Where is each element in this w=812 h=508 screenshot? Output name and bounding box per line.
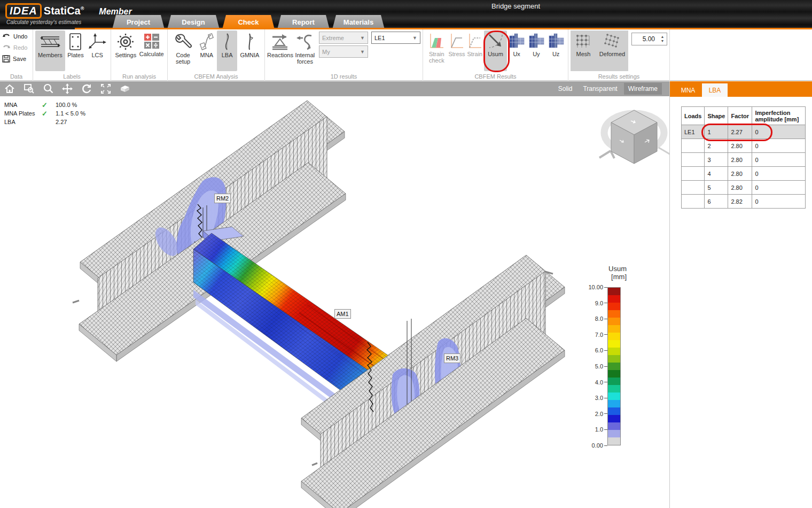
registered-mark: ® bbox=[81, 6, 84, 11]
title-bar: IDEA StatiCa® Member Calculate yesterday… bbox=[0, 0, 812, 29]
lcs-icon bbox=[88, 33, 107, 51]
clipping-box-icon bbox=[119, 83, 131, 94]
table-row[interactable]: 32.800 bbox=[682, 153, 806, 167]
usum-button[interactable]: Usum bbox=[484, 30, 507, 71]
window-title: Bridge segment bbox=[491, 2, 540, 10]
status-row-lba: LBA 2.27 bbox=[4, 118, 85, 126]
render-mode-transparent[interactable]: Transparent bbox=[579, 83, 621, 95]
group-label-run-analysis: Run analysis bbox=[111, 73, 167, 80]
table-row[interactable]: 62.820 bbox=[682, 195, 806, 209]
ux-button[interactable]: Ux bbox=[507, 30, 527, 71]
reactions-button[interactable]: Reactions bbox=[267, 30, 293, 71]
ribbon-group-cbfem-results: Strain check Stress Strain Usum Ux bbox=[423, 29, 568, 81]
ribbon-group-run-analysis: Settings Calculate Run analysis bbox=[111, 29, 168, 81]
load-case-dropdown[interactable]: LE1▼ bbox=[371, 32, 420, 44]
legend-ticks: 10.009.08.07.06.05.04.03.02.01.00.00 bbox=[580, 287, 607, 445]
ribbon: Undo Redo Save Data Members bbox=[0, 29, 812, 81]
save-icon bbox=[2, 55, 10, 63]
ux-icon bbox=[508, 33, 525, 50]
calculate-icon bbox=[143, 33, 160, 50]
chevron-down-icon: ▼ bbox=[360, 49, 365, 55]
tab-design[interactable]: Design bbox=[167, 15, 220, 29]
analysis-status: MNA ✓ 100.0 % MNA Plates ✓ 1.1 < 5.0 % L… bbox=[4, 101, 85, 126]
tab-check[interactable]: Check bbox=[222, 15, 275, 29]
member-label-rm2[interactable]: RM2 bbox=[214, 194, 231, 203]
tab-project[interactable]: Project bbox=[112, 15, 165, 29]
table-row[interactable]: 22.800 bbox=[682, 139, 806, 153]
spinner-down-icon[interactable]: ▼ bbox=[661, 39, 665, 43]
reactions-icon bbox=[270, 33, 290, 51]
tab-materials[interactable]: Materials bbox=[332, 15, 385, 29]
main-tabs: Project Design Check Report Materials bbox=[112, 15, 385, 29]
chevron-down-icon: ▼ bbox=[412, 35, 417, 41]
plates-icon bbox=[68, 33, 82, 51]
render-mode-wireframe[interactable]: Wireframe bbox=[624, 83, 662, 95]
zoom-button[interactable] bbox=[38, 81, 58, 96]
home-icon bbox=[4, 83, 15, 94]
code-setup-button[interactable]: Code setup bbox=[170, 30, 196, 71]
table-row[interactable]: LE112.270 bbox=[682, 125, 806, 139]
extreme-dropdown[interactable]: Extreme▼ bbox=[319, 32, 368, 44]
mesh-icon bbox=[574, 33, 592, 50]
undo-button[interactable]: Undo bbox=[2, 32, 27, 41]
settings-button[interactable]: Settings bbox=[113, 30, 138, 71]
uz-icon bbox=[548, 33, 565, 50]
results-panel-tabs: MNA LBA bbox=[670, 81, 812, 97]
stress-icon bbox=[449, 33, 464, 50]
view-toolbar: Solid Transparent Wireframe bbox=[0, 81, 669, 96]
members-button[interactable]: Members bbox=[35, 30, 65, 71]
my-dropdown[interactable]: My▼ bbox=[319, 45, 368, 58]
tab-mna[interactable]: MNA bbox=[675, 83, 701, 97]
model-viewport[interactable]: MNA ✓ 100.0 % MNA Plates ✓ 1.1 < 5.0 % L… bbox=[0, 96, 669, 508]
mna-button[interactable]: MNA bbox=[196, 30, 217, 71]
view-cube[interactable] bbox=[599, 110, 669, 164]
member-label-am1[interactable]: AM1 bbox=[334, 309, 351, 319]
spinner-up-icon[interactable]: ▲ bbox=[661, 35, 665, 39]
tab-report[interactable]: Report bbox=[277, 15, 330, 29]
chevron-down-icon: ▼ bbox=[360, 35, 365, 41]
result-legend: Usum [mm] 10.009.08.07.06.05.04.03.02.01… bbox=[580, 265, 628, 445]
gmnia-button[interactable]: GMNIA bbox=[237, 30, 262, 71]
pan-button[interactable] bbox=[58, 81, 77, 96]
strain-button[interactable]: Strain bbox=[465, 30, 484, 71]
plates-button[interactable]: Plates bbox=[65, 30, 87, 71]
calculate-button[interactable]: Calculate bbox=[138, 30, 165, 71]
deformed-button[interactable]: Deformed bbox=[596, 30, 628, 71]
legend-title: Usum [mm] bbox=[580, 265, 628, 281]
check-icon: ✓ bbox=[42, 101, 56, 109]
pan-icon bbox=[62, 83, 73, 94]
stress-button[interactable]: Stress bbox=[448, 30, 466, 71]
zoom-window-button[interactable] bbox=[19, 81, 38, 96]
rotate-button[interactable] bbox=[77, 81, 96, 96]
member-label-rm3[interactable]: RM3 bbox=[444, 353, 460, 363]
home-view-button[interactable] bbox=[0, 81, 19, 96]
redo-button[interactable]: Redo bbox=[2, 43, 27, 52]
lba-button[interactable]: LBA bbox=[217, 30, 237, 71]
uz-button[interactable]: Uz bbox=[546, 30, 566, 71]
group-label-cbfem-results: CBFEM Results bbox=[423, 73, 568, 80]
fit-view-button[interactable] bbox=[96, 81, 115, 96]
strain-check-button[interactable]: Strain check bbox=[425, 30, 448, 71]
ribbon-group-labels: Members Plates LCS Labels bbox=[33, 29, 111, 81]
render-mode-group: Solid Transparent Wireframe bbox=[554, 83, 669, 95]
clipping-box-button[interactable] bbox=[115, 81, 135, 96]
save-button[interactable]: Save bbox=[2, 54, 26, 64]
deformed-icon bbox=[603, 33, 621, 50]
zoom-window-icon bbox=[24, 83, 34, 94]
magnifier-icon bbox=[43, 83, 53, 94]
uy-button[interactable]: Uy bbox=[527, 30, 546, 71]
render-mode-solid[interactable]: Solid bbox=[554, 83, 577, 95]
gmnia-icon bbox=[244, 33, 255, 51]
lcs-button[interactable]: LCS bbox=[86, 30, 108, 71]
members-icon bbox=[39, 33, 61, 51]
mesh-button[interactable]: Mesh bbox=[571, 30, 596, 71]
table-row[interactable]: 52.800 bbox=[682, 181, 806, 195]
lba-icon bbox=[221, 33, 233, 51]
table-header-row: Loads Shape Factor Imperfection amplitud… bbox=[682, 107, 806, 125]
app-window: IDEA StatiCa® Member Calculate yesterday… bbox=[0, 0, 812, 508]
deformed-scale-spinner[interactable]: 5.00 ▲▼ bbox=[631, 33, 667, 45]
internal-forces-button[interactable]: Internal forces bbox=[293, 30, 317, 71]
table-row[interactable]: 42.800 bbox=[682, 167, 806, 181]
undo-icon bbox=[2, 33, 11, 40]
tab-lba[interactable]: LBA bbox=[702, 83, 728, 97]
